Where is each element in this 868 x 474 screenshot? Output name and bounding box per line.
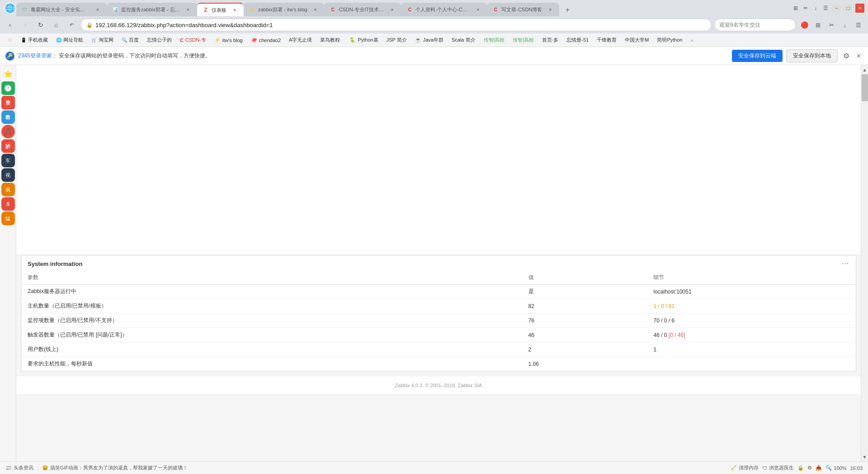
window-menu-icon[interactable]: ☰ — [822, 5, 829, 12]
scroll-thumb[interactable] — [862, 74, 868, 101]
bookmark-python[interactable]: 🐍Python基 — [346, 35, 382, 45]
window-download-icon[interactable]: ↓ — [812, 5, 819, 12]
bookmark-baidu[interactable]: 🔍百度 — [118, 35, 142, 45]
sidebar-item-sina[interactable]: S — [1, 197, 15, 211]
bookmark-chuanzhi2[interactable]: 传智|高校 — [509, 35, 538, 45]
bookmark-more[interactable]: » — [687, 36, 697, 44]
tab-favicon-5: C — [330, 6, 336, 13]
history-back-button[interactable]: ↶ — [65, 19, 78, 31]
status-clear-memory[interactable]: 🧹 清理内存 — [731, 465, 759, 471]
extension-grid-icon[interactable]: ⊞ — [812, 19, 824, 31]
tab-csdn-profile[interactable]: C 个人资料-个人中心-CSDN × — [401, 3, 487, 16]
tab-dashboard[interactable]: Z 仪表板 × — [197, 3, 244, 16]
bookmark-java[interactable]: ☕Java年群 — [411, 35, 447, 45]
url-bar[interactable]: 🔒 192.168.66.129/zabbix.php?action=dashb… — [80, 19, 712, 31]
table-row: 用户数(线上) 2 1 — [21, 342, 856, 357]
tab-close-5[interactable]: × — [388, 6, 396, 13]
bookmark-github[interactable]: 🐙chendao2 — [247, 36, 284, 44]
extension-menu-icon[interactable]: ☰ — [853, 19, 864, 31]
sidebar-item-news[interactable]: 资 — [1, 96, 15, 109]
status-gif-item[interactable]: 😄 搞笑GIF动画：男男友为了演的逼真，帮我家嫂了一天的玻璃！ — [42, 465, 188, 471]
secure-icon: 🔒 — [797, 465, 804, 471]
sidebar-item-history[interactable]: 🕐 — [1, 81, 15, 95]
forward-button[interactable]: › — [19, 19, 32, 31]
save-to-cloud-button[interactable]: 安全保存到云端 — [732, 50, 783, 62]
window-scissors-icon[interactable]: ✂ — [802, 5, 809, 12]
row6-detail — [647, 357, 856, 371]
status-download-icon[interactable]: 📥 — [816, 465, 822, 471]
bookmark-scala[interactable]: Scala 简介 — [448, 35, 479, 45]
row2-detail: 1 / 0 / 81 — [647, 299, 856, 313]
bookmark-jsp[interactable]: JSP 简介 — [383, 35, 410, 45]
sysinfo-title: System information — [28, 261, 82, 267]
close-button[interactable]: × — [855, 4, 864, 13]
status-settings-icon[interactable]: ⚙ — [807, 465, 812, 471]
back-button[interactable]: ‹ — [4, 19, 16, 31]
restore-button[interactable]: □ — [844, 4, 853, 13]
bookmark-wangqing[interactable]: 忘情公子的 — [143, 35, 175, 45]
bookmark-nav[interactable]: 🌐网址导航 — [52, 35, 87, 45]
tab-close-1[interactable]: × — [94, 6, 101, 13]
status-secure-icon[interactable]: 🔒 — [797, 465, 804, 471]
extension-scissors-icon[interactable]: ✂ — [826, 19, 837, 31]
scroll-down-button[interactable]: ▼ — [861, 452, 868, 461]
tab-close-6[interactable]: × — [474, 6, 481, 13]
extension-icon-red[interactable]: 🔴 — [798, 19, 810, 31]
tab-malware[interactable]: 🛡 毒霸网址大全 - 安全实用的网... × — [16, 3, 107, 16]
status-zoom[interactable]: 🔍 100% — [826, 465, 846, 471]
right-scrollbar[interactable]: ▲ ▼ — [861, 65, 868, 461]
minimize-button[interactable]: − — [832, 4, 841, 13]
bookmark-qianfeng[interactable]: 千锋教育 — [593, 35, 620, 45]
bookmark-home[interactable]: 首页·多 — [538, 35, 562, 45]
bookmark-mooc[interactable]: 中国大学M — [621, 35, 652, 45]
sidebar-item-music[interactable]: 🎵 — [1, 125, 15, 138]
page-footer: Zabbix 4.0.3. © 2001–2018, Zabbix SIA — [16, 376, 861, 394]
search-bar-extension[interactable] — [714, 19, 796, 31]
tab-label-4: zabbix部署 - itw's blog — [258, 6, 307, 13]
zoom-level: 100% — [834, 465, 846, 471]
save-to-local-button[interactable]: 安全保存到本地 — [786, 49, 838, 62]
tab-close-3[interactable]: × — [231, 6, 238, 14]
bookmark-51[interactable]: 忘情册-51 — [563, 35, 592, 45]
window-grid-icon[interactable]: ⊞ — [792, 5, 799, 12]
bookmark-python2[interactable]: 简明Python — [653, 35, 686, 45]
bookmark-chuanzhi1[interactable]: 传智|高校 — [480, 35, 509, 45]
bookmark-csdn[interactable]: CCSDN-专 — [176, 35, 210, 45]
row4-detail-bracket: [0 / 46] — [669, 332, 685, 338]
pwd-settings-icon[interactable]: ⚙ — [841, 50, 851, 62]
tab-close-2[interactable]: × — [184, 6, 192, 13]
clear-icon: 🧹 — [731, 465, 737, 471]
row4-param: 触发器数量（已启用/已禁用 [问题/正常]） — [21, 328, 522, 342]
sidebar-item-education[interactable]: 教 — [1, 110, 15, 124]
extension-download-icon[interactable]: ↓ — [839, 19, 851, 31]
sidebar-item-app2[interactable]: 猛 — [1, 212, 15, 225]
bookmark-aword[interactable]: A字无止境 — [285, 35, 316, 45]
search-input[interactable] — [719, 22, 791, 28]
home-button[interactable]: ⌂ — [50, 19, 62, 31]
bookmark-mobile[interactable]: 📱手机收藏 — [17, 35, 52, 45]
sysinfo-menu-icon[interactable]: ··· — [841, 260, 849, 267]
bookmark-taobao[interactable]: 🛒淘宝网 — [88, 35, 117, 45]
tab-close-4[interactable]: × — [311, 6, 319, 13]
scroll-track[interactable] — [861, 74, 868, 452]
tab-close-7[interactable]: × — [547, 6, 554, 13]
tab-zabbix-deploy[interactable]: 📊 监控服务zabbix部署 - 忘情公... × — [107, 3, 197, 16]
sidebar-item-warning[interactable]: 疯 — [1, 183, 15, 196]
row2-value: 82 — [522, 299, 647, 313]
bookmark-runoob[interactable]: 菜鸟教程· — [316, 35, 345, 45]
bookmark-itw[interactable]: ⚡itw's blog — [211, 36, 246, 44]
tab-zabbix-blog[interactable]: ⚡ zabbix部署 - itw's blog × — [244, 3, 324, 16]
scroll-up-button[interactable]: ▲ — [861, 65, 868, 74]
bookmark-star[interactable]: ☆ — [4, 35, 16, 45]
new-tab-button[interactable]: + — [561, 4, 574, 16]
sidebar-item-favorites[interactable]: ⭐ — [1, 67, 15, 81]
status-news-icon[interactable]: 📰 头条资讯 — [5, 465, 33, 471]
tab-csdn[interactable]: C CSDN-专业IT技术社区 × — [324, 3, 401, 16]
sidebar-item-app1[interactable]: 妙 — [1, 139, 15, 153]
sidebar-item-video[interactable]: 视 — [1, 168, 15, 182]
refresh-button[interactable]: ↻ — [34, 19, 47, 31]
status-browser-doctor[interactable]: 🛡 浏览器医生 — [762, 465, 794, 471]
pwd-close-icon[interactable]: × — [855, 50, 863, 62]
tab-csdn-write[interactable]: C 写文章-CSDN博客 × — [487, 3, 559, 16]
sidebar-item-car[interactable]: 车 — [1, 154, 15, 167]
